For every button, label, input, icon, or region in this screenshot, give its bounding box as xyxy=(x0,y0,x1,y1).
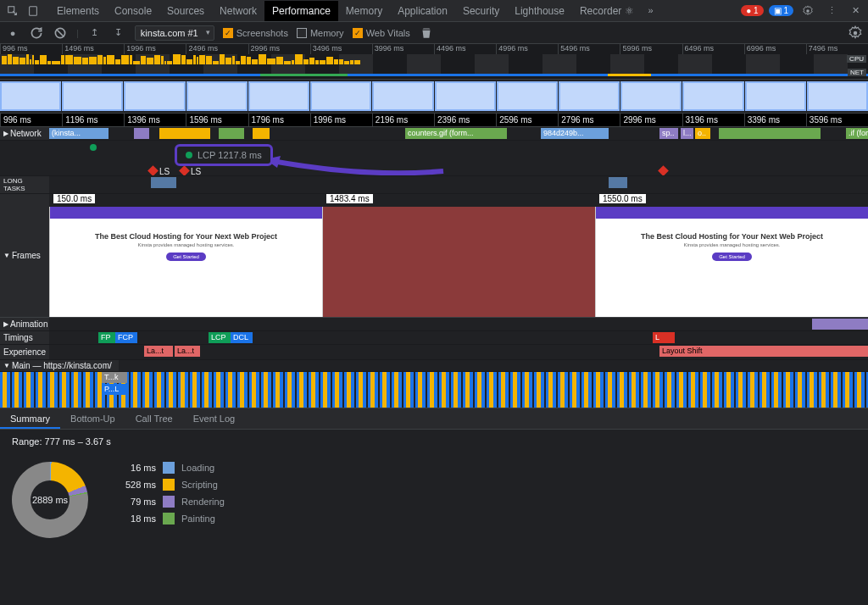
error-badge[interactable]: ● 1 xyxy=(741,5,763,16)
tab-security[interactable]: Security xyxy=(455,1,507,21)
network-bar[interactable]: counters.gif (form... xyxy=(405,128,507,139)
tab-recorder[interactable]: Recorder ⚛ xyxy=(572,1,642,21)
clear-icon[interactable] xyxy=(53,25,68,41)
annotation-arrow xyxy=(265,156,452,175)
tab-elements[interactable]: Elements xyxy=(49,1,107,21)
recording-select[interactable]: kinsta.com #1 xyxy=(135,25,214,41)
overview-minimap[interactable]: 996 ms1496 ms1996 ms2496 ms2996 ms3496 m… xyxy=(0,44,868,80)
net-label: NET xyxy=(848,69,866,76)
stab-calltree[interactable]: Call Tree xyxy=(125,408,183,429)
animation-label[interactable]: ▶Animation xyxy=(0,318,49,330)
panel-tabs: Elements Console Sources Network Perform… xyxy=(49,1,660,21)
legend-row: 16 msLoading xyxy=(114,462,225,474)
record-icon[interactable]: ● xyxy=(5,25,20,41)
longtask-bar[interactable] xyxy=(151,177,176,188)
summary-range: Range: 777 ms – 3.67 s xyxy=(0,430,868,453)
experience-bar[interactable]: La...t xyxy=(144,346,173,357)
summary-tabs: Summary Bottom-Up Call Tree Event Log xyxy=(0,408,868,430)
network-bar[interactable]: (kinsta... xyxy=(49,128,108,139)
ls-marker-2: LS xyxy=(181,166,201,175)
tab-network[interactable]: Network xyxy=(212,1,264,21)
frame-thumb[interactable]: 1550.0 msThe Best Cloud Hosting for Your… xyxy=(595,207,868,317)
web-vitals-track: LCP 1217.8 ms LS LS xyxy=(0,141,868,176)
stab-bottomup[interactable]: Bottom-Up xyxy=(60,408,125,429)
legend-row: 528 msScripting xyxy=(114,479,225,491)
stab-eventlog[interactable]: Event Log xyxy=(183,408,246,429)
timings-label: Timings xyxy=(0,331,49,344)
perf-controls: ● | ↥ ↧ kinsta.com #1 ✓Screenshots Memor… xyxy=(0,22,868,44)
longtasks-label: LONG TASKS xyxy=(0,176,49,193)
main-flame[interactable]: T...k P...L xyxy=(0,372,868,408)
main-task-bar[interactable]: P...L xyxy=(102,384,127,395)
frames-label[interactable]: ▼Frames xyxy=(0,194,49,317)
experience-label: Experience xyxy=(0,345,49,359)
inspect-icon[interactable] xyxy=(3,2,22,20)
svg-point-2 xyxy=(806,9,810,13)
experience-bar[interactable]: La...t xyxy=(175,346,200,357)
download-icon[interactable]: ↧ xyxy=(111,25,126,41)
svg-point-4 xyxy=(854,31,858,35)
stab-summary[interactable]: Summary xyxy=(0,408,60,429)
main-task-bar[interactable]: T...k xyxy=(102,372,127,383)
vital-dot xyxy=(90,144,97,151)
network-bar[interactable] xyxy=(719,128,821,139)
frame-thumb[interactable]: 150.0 msThe Best Cloud Hosting for Your … xyxy=(49,207,322,317)
main-track-header: ▼Main — https://kinsta.com/ xyxy=(0,360,868,372)
gear-icon[interactable] xyxy=(798,2,817,20)
reload-icon[interactable] xyxy=(29,25,44,41)
network-track: ▶Network (kinsta...counters.gif (form...… xyxy=(0,127,868,141)
summary-body: 2889 ms 16 msLoading528 msScripting79 ms… xyxy=(0,453,868,547)
svg-rect-1 xyxy=(30,6,37,15)
timing-marker[interactable]: DCL xyxy=(231,332,253,343)
message-badge[interactable]: ▣ 1 xyxy=(769,5,793,16)
tab-application[interactable]: Application xyxy=(390,1,455,21)
time-ruler[interactable]: 996 ms1196 ms1396 ms1596 ms1796 ms1996 m… xyxy=(0,114,868,127)
tab-memory[interactable]: Memory xyxy=(338,1,390,21)
network-bar[interactable]: 984d249b... xyxy=(541,128,609,139)
timing-marker[interactable]: L xyxy=(653,332,675,343)
experience-track: Experience La...tLa...tLayout Shift xyxy=(0,345,868,360)
cb-memory[interactable]: Memory xyxy=(297,28,344,38)
network-bar[interactable] xyxy=(159,128,210,139)
network-bar[interactable]: sp.. xyxy=(659,128,678,139)
network-bar[interactable] xyxy=(219,128,244,139)
main-label[interactable]: ▼Main — https://kinsta.com/ xyxy=(0,360,119,371)
animation-track: ▶Animation xyxy=(0,318,868,331)
settings-gear-icon[interactable] xyxy=(848,25,863,41)
network-bar[interactable] xyxy=(134,128,149,139)
devtools-toolbar: Elements Console Sources Network Perform… xyxy=(0,0,868,22)
network-bar[interactable]: l... xyxy=(681,128,693,139)
legend-row: 18 msPainting xyxy=(114,513,225,525)
device-icon[interactable] xyxy=(24,2,42,20)
tab-lighthouse[interactable]: Lighthouse xyxy=(507,1,572,21)
legend-row: 79 msRendering xyxy=(114,496,225,508)
experience-bar[interactable]: Layout Shift xyxy=(659,346,868,357)
timing-marker[interactable]: FCP xyxy=(115,332,137,343)
ls-marker-1: LS xyxy=(149,166,170,175)
summary-donut: 2889 ms xyxy=(12,462,88,538)
network-bar[interactable] xyxy=(253,128,270,139)
frame-thumb[interactable]: 1483.4 ms xyxy=(322,207,595,317)
close-icon[interactable]: ✕ xyxy=(846,2,865,20)
network-bar[interactable]: .if (form... xyxy=(846,128,868,139)
anim-bar[interactable] xyxy=(812,319,868,330)
cb-webvitals[interactable]: ✓Web Vitals xyxy=(353,28,410,38)
tab-performance[interactable]: Performance xyxy=(264,1,338,21)
upload-icon[interactable]: ↥ xyxy=(87,25,103,41)
filmstrip[interactable] xyxy=(0,80,868,114)
kebab-icon[interactable]: ⋮ xyxy=(822,2,841,20)
summary-legend: 16 msLoading528 msScripting79 msRenderin… xyxy=(114,462,225,525)
network-label[interactable]: ▶Network xyxy=(0,127,49,140)
network-bar[interactable]: o.. xyxy=(695,128,710,139)
more-tabs-icon[interactable]: » xyxy=(642,1,660,19)
trash-icon[interactable] xyxy=(419,25,434,41)
tab-console[interactable]: Console xyxy=(107,1,159,21)
longtask-bar[interactable] xyxy=(609,177,627,188)
timing-marker[interactable]: LCP xyxy=(209,332,231,343)
timings-track: Timings FPFCPLCPDCLL xyxy=(0,331,868,345)
lcp-dot-icon xyxy=(186,152,192,158)
ls-marker-3 xyxy=(659,166,667,175)
longtasks-track: LONG TASKS xyxy=(0,176,868,194)
tab-sources[interactable]: Sources xyxy=(159,1,212,21)
cb-screenshots[interactable]: ✓Screenshots xyxy=(223,28,288,38)
